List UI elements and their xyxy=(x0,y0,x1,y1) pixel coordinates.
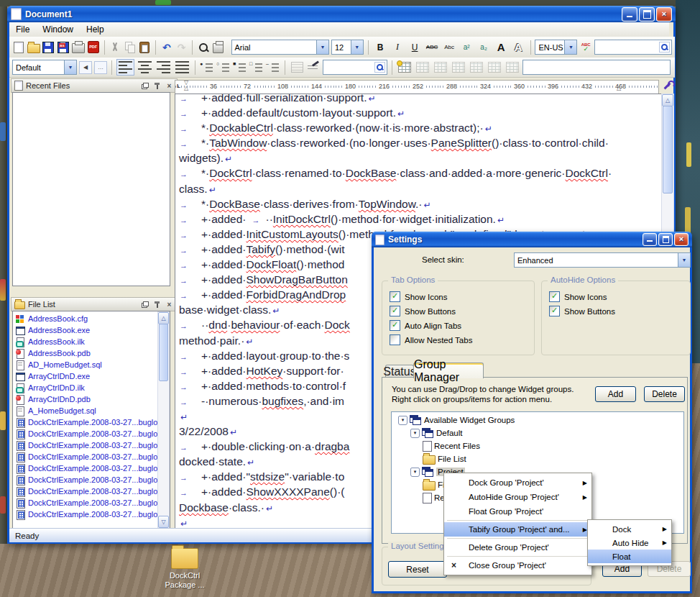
checkbox-allow-nested-tabs[interactable]: Allow Nested Tabs xyxy=(390,334,472,345)
tree-item[interactable]: ▾Default xyxy=(393,427,682,439)
list-open-square-button[interactable]: □ xyxy=(249,62,264,73)
save-icon[interactable] xyxy=(42,40,55,55)
menu-item[interactable]: Dock Group 'Project'▶ xyxy=(444,475,591,490)
checkbox-box[interactable]: ✓ xyxy=(549,291,560,302)
checkbox-auto-align-tabs[interactable]: ✓Auto Align Tabs xyxy=(390,320,461,331)
chevron-down-icon[interactable]: ▼ xyxy=(678,253,690,267)
right-margin-marker[interactable]: △ xyxy=(617,85,621,91)
font-outline-button[interactable]: A xyxy=(511,41,526,54)
file-list-item[interactable]: DockCtrlExample.2008-03-27...buglog xyxy=(14,428,158,439)
font-size-combobox[interactable]: 12▼ xyxy=(331,40,364,55)
delete-group-button[interactable]: Delete xyxy=(644,386,685,402)
file-list-item[interactable]: AddressBook.exe xyxy=(14,324,158,336)
reset-layout-button[interactable]: Reset xyxy=(388,561,447,578)
search-input[interactable] xyxy=(594,40,672,55)
tree-item[interactable]: Recent Files xyxy=(393,439,682,452)
expander-icon[interactable]: ▾ xyxy=(410,468,420,477)
file-list-item[interactable]: DockCtrlExample.2008-03-27...buglog xyxy=(14,451,158,462)
small-caps-button[interactable]: Abc xyxy=(442,41,457,54)
file-list-scrollbar[interactable]: △ ▽ xyxy=(157,311,170,529)
float-panel-icon[interactable] xyxy=(140,81,149,90)
expander-icon[interactable]: ▾ xyxy=(398,416,407,425)
minimize-button[interactable] xyxy=(622,7,637,22)
list-open-circle-button[interactable]: ○ xyxy=(216,62,231,73)
language-combobox[interactable]: EN-US▼ xyxy=(535,40,577,55)
style-combobox[interactable]: Default▼ xyxy=(12,60,77,75)
menu-item[interactable]: Delete Group 'Project' xyxy=(444,540,591,555)
desktop-folder-dockctrl[interactable]: DockCtrl Package ... xyxy=(160,548,210,590)
menu-item[interactable]: Dock▶ xyxy=(588,522,671,536)
underline-button[interactable]: U xyxy=(407,41,423,54)
recent-files-body[interactable] xyxy=(12,92,170,286)
italic-button[interactable]: I xyxy=(390,41,405,54)
insert-row-icon[interactable] xyxy=(434,62,447,73)
chevron-down-icon[interactable]: ▼ xyxy=(564,40,576,54)
minimize-button[interactable] xyxy=(643,233,657,246)
checkbox-box[interactable]: ✓ xyxy=(549,306,560,316)
file-list-panel-header[interactable]: File List × xyxy=(11,297,178,311)
file-list-item[interactable]: ArrayCtrlDnD.pdb xyxy=(14,393,158,405)
align-right-button[interactable] xyxy=(155,60,172,75)
float-panel-icon[interactable] xyxy=(140,300,149,309)
insert-column-icon[interactable] xyxy=(470,62,483,73)
file-list-body[interactable]: AddressBook.cfgAddressBook.exeAddressBoo… xyxy=(12,311,170,529)
file-list-item[interactable]: DockCtrlExample.2008-03-27...buglog xyxy=(14,462,158,474)
close-button[interactable]: × xyxy=(674,233,689,246)
delete-row-icon[interactable] xyxy=(452,62,465,73)
list-filled-circle-button[interactable]: ● xyxy=(200,62,214,73)
style-options-icon[interactable]: … xyxy=(94,61,107,74)
expander-icon[interactable]: ▾ xyxy=(410,429,420,438)
delete-column-icon[interactable] xyxy=(488,62,501,73)
file-list-item[interactable]: DockCtrlExample.2008-03-27...buglog xyxy=(14,416,158,428)
menu-item[interactable]: ×Close Group 'Project' xyxy=(444,558,591,573)
tab-group-manager[interactable]: Group Manager xyxy=(413,363,484,378)
file-list-item[interactable]: DockCtrlExample.2008-03-27...buglog xyxy=(14,474,158,486)
chevron-down-icon[interactable]: ▼ xyxy=(316,40,328,54)
ruler-settings-icon[interactable] xyxy=(662,81,672,91)
superscript-button[interactable]: a² xyxy=(459,41,474,54)
checkbox-show-buttons[interactable]: ✓Show Buttons xyxy=(390,306,456,316)
insert-table-icon[interactable] xyxy=(398,62,411,73)
spellcheck-icon[interactable]: ABC✓ xyxy=(579,40,592,55)
undo-icon[interactable]: ↶ xyxy=(160,40,173,55)
file-list-item[interactable]: DockCtrlExample.2008-03-27...buglog xyxy=(14,497,158,509)
tree-item[interactable]: ▾Available Widget Groups xyxy=(393,414,682,427)
menu-item[interactable]: Float xyxy=(588,550,671,563)
copy-icon[interactable] xyxy=(124,40,137,55)
file-list-item[interactable]: DockCtrlExample.2008-03-27...buglog xyxy=(14,439,158,451)
checkbox-show-buttons[interactable]: ✓Show Buttons xyxy=(549,306,615,316)
chevron-down-icon[interactable]: ▼ xyxy=(351,40,363,54)
menu-help[interactable]: Help xyxy=(80,23,111,36)
pin-panel-icon[interactable] xyxy=(152,81,162,90)
menu-file[interactable]: File xyxy=(9,23,36,36)
print-preview-icon[interactable] xyxy=(212,40,225,55)
command-input[interactable] xyxy=(522,60,671,75)
chevron-down-icon[interactable]: ▼ xyxy=(64,60,76,74)
search-icon[interactable] xyxy=(659,42,670,53)
file-list-item[interactable]: AddressBook.ilk xyxy=(14,336,158,347)
scroll-thumb[interactable] xyxy=(663,106,673,193)
subscript-button[interactable]: a₂ xyxy=(476,41,492,54)
file-list-item[interactable]: ArrayCtrlDnD.exe xyxy=(14,370,158,382)
menu-window[interactable]: Window xyxy=(36,23,80,36)
scroll-down-icon[interactable]: ▽ xyxy=(158,516,169,528)
align-left-button[interactable] xyxy=(116,59,134,76)
list-filled-square-button[interactable]: ■ xyxy=(233,62,247,73)
table-properties-icon[interactable] xyxy=(416,62,429,73)
file-list-item[interactable]: AddressBook.pdb xyxy=(14,347,158,359)
checkbox-box[interactable]: ✓ xyxy=(390,306,400,316)
close-panel-icon[interactable]: × xyxy=(165,81,174,90)
export-pdf-icon[interactable]: PDF xyxy=(87,40,100,55)
recent-files-panel-header[interactable]: Recent Files × xyxy=(11,78,178,93)
file-list-item[interactable]: DockCtrlExample.2008-03-27...buglog xyxy=(14,486,158,497)
skin-combobox[interactable]: Enhanced ▼ xyxy=(514,252,691,268)
align-justify-button[interactable] xyxy=(174,60,190,75)
left-margin-marker[interactable]: △ xyxy=(184,85,188,91)
maximize-button[interactable] xyxy=(658,233,673,246)
add-group-button[interactable]: Add xyxy=(595,386,636,402)
align-center-button[interactable] xyxy=(137,60,153,75)
bold-button[interactable]: B xyxy=(373,41,388,54)
ruler[interactable]: 3672108144180216252288324360396432468 L … xyxy=(175,80,659,94)
main-title-bar[interactable]: Document1 × xyxy=(7,6,676,22)
open-file-icon[interactable] xyxy=(27,40,40,55)
